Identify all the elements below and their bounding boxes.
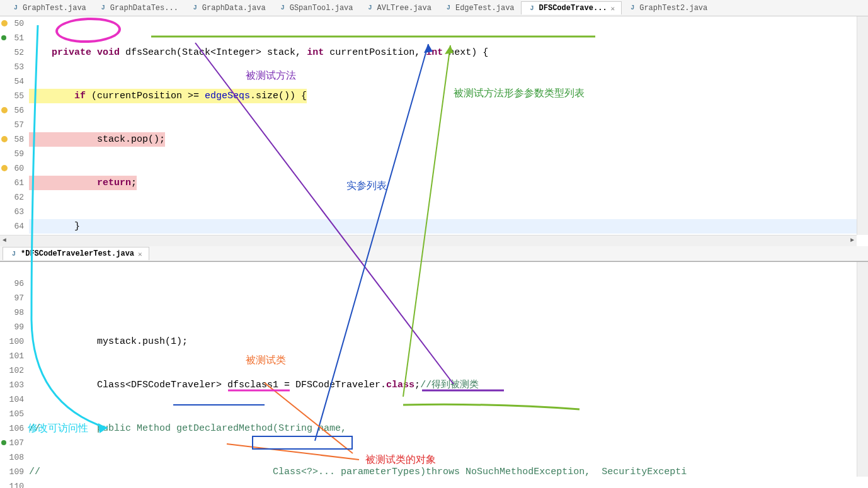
java-file-icon	[444, 4, 453, 13]
tab-graphdata[interactable]: GraphData.java	[185, 2, 272, 14]
line-number: 109	[0, 465, 24, 479]
tab-dfscodetrave[interactable]: DFSCodeTrave...✕	[521, 1, 622, 14]
tab-graphdatates[interactable]: GraphDataTes...	[93, 2, 185, 14]
tab-gspantool[interactable]: GSpanTool.java	[272, 2, 360, 14]
vertical-scrollbar[interactable]	[857, 262, 868, 477]
line-number: 53	[0, 60, 24, 74]
line-number: 59	[0, 147, 24, 161]
code-line[interactable]	[29, 291, 857, 305]
line-number: 106	[0, 421, 24, 436]
code-line[interactable]: mystack.push(1);	[29, 334, 857, 349]
line-number: 103	[0, 378, 24, 392]
line-gutter: 96 97 98 99 100 101 102 103 104 105 106 …	[0, 262, 29, 488]
vertical-scrollbar[interactable]	[857, 16, 868, 235]
line-number: 98	[0, 305, 24, 320]
code-line[interactable]: Class<DFSCodeTraveler> dfsclass1 = DFSCo…	[29, 378, 857, 392]
java-file-icon	[99, 4, 108, 13]
line-number: 52	[0, 45, 24, 60]
tab-label: GraphTest.java	[23, 4, 86, 13]
line-number: 64	[0, 219, 24, 234]
line-gutter: 50 51 52 53 54 55 56 57 58 59 60 61 62 6…	[0, 16, 29, 246]
scroll-right-icon[interactable]: ►	[850, 237, 854, 244]
line-number: 97	[0, 291, 24, 305]
java-file-icon	[366, 4, 375, 13]
code-area-top[interactable]: private void dfsSearch(Stack<Integer> st…	[29, 16, 857, 246]
line-number: 51	[0, 31, 24, 45]
line-number: 99	[0, 320, 24, 334]
tab-label: DFSCodeTrave...	[539, 4, 607, 13]
line-number: 107	[0, 436, 24, 450]
tab-avltree[interactable]: AVLTree.java	[360, 2, 438, 14]
code-line[interactable]: stack.pop();	[29, 132, 857, 147]
java-file-icon	[628, 4, 637, 13]
tab-label: GSpanTool.java	[290, 4, 353, 13]
tab-graphtest[interactable]: GraphTest.java	[5, 2, 93, 14]
tab-label: AVLTree.java	[377, 4, 431, 13]
line-number: 60	[0, 161, 24, 176]
code-line[interactable]: // public Method getDeclaredMethod(Strin…	[29, 421, 857, 436]
tab-label: GraphTest2.java	[639, 4, 707, 13]
top-editor[interactable]: 50 51 52 53 54 55 56 57 58 59 60 61 62 6…	[0, 16, 868, 246]
code-line[interactable]: // Class<?>... parameterTypes)throws NoS…	[29, 465, 857, 479]
close-icon[interactable]: ✕	[611, 4, 615, 13]
top-tab-bar: GraphTest.java GraphDataTes... GraphData…	[0, 0, 868, 16]
tab-dfstest[interactable]: *DFSCodeTravelerTest.java✕	[3, 247, 149, 260]
line-number: 110	[0, 479, 24, 488]
line-number: 101	[0, 349, 24, 363]
line-number: 105	[0, 407, 24, 421]
line-number	[0, 262, 24, 276]
code-line[interactable]: return;	[29, 176, 857, 190]
line-number: 55	[0, 89, 24, 103]
bottom-editor[interactable]: 96 97 98 99 100 101 102 103 104 105 106 …	[0, 261, 868, 488]
line-number: 56	[0, 103, 24, 118]
line-number: 96	[0, 276, 24, 291]
line-number: 63	[0, 205, 24, 219]
java-file-icon	[11, 4, 20, 13]
line-number: 108	[0, 450, 24, 465]
line-number: 57	[0, 118, 24, 132]
scroll-left-icon[interactable]: ◄	[3, 237, 6, 244]
tab-graphtest2[interactable]: GraphTest2.java	[622, 2, 714, 14]
line-number: 100	[0, 334, 24, 349]
line-number: 104	[0, 392, 24, 407]
code-line[interactable]: }	[29, 219, 857, 234]
line-number: 50	[0, 16, 24, 31]
horizontal-scrollbar[interactable]: ◄ ►	[0, 235, 857, 246]
bottom-tab-bar: *DFSCodeTravelerTest.java✕	[0, 246, 868, 261]
tab-label: GraphDataTes...	[110, 4, 178, 13]
code-line[interactable]: if (currentPosition >= edgeSeqs.size()) …	[29, 89, 857, 103]
java-file-icon	[191, 4, 200, 13]
code-area-bottom[interactable]: mystack.push(1); Class<DFSCodeTraveler> …	[29, 262, 857, 488]
tab-edgetest[interactable]: EdgeTest.java	[438, 2, 521, 14]
line-number: 102	[0, 363, 24, 378]
line-number: 54	[0, 74, 24, 89]
tab-label: EdgeTest.java	[455, 4, 515, 13]
java-file-icon	[528, 4, 537, 13]
line-number: 62	[0, 190, 24, 205]
line-number: 58	[0, 132, 24, 147]
java-file-icon	[278, 4, 287, 13]
code-line[interactable]: private void dfsSearch(Stack<Integer> st…	[29, 45, 857, 60]
java-file-icon	[9, 249, 18, 258]
tab-label: GraphData.java	[202, 4, 266, 13]
line-number: 61	[0, 176, 24, 190]
tab-label: *DFSCodeTravelerTest.java	[21, 249, 134, 258]
close-icon[interactable]: ✕	[138, 250, 142, 258]
